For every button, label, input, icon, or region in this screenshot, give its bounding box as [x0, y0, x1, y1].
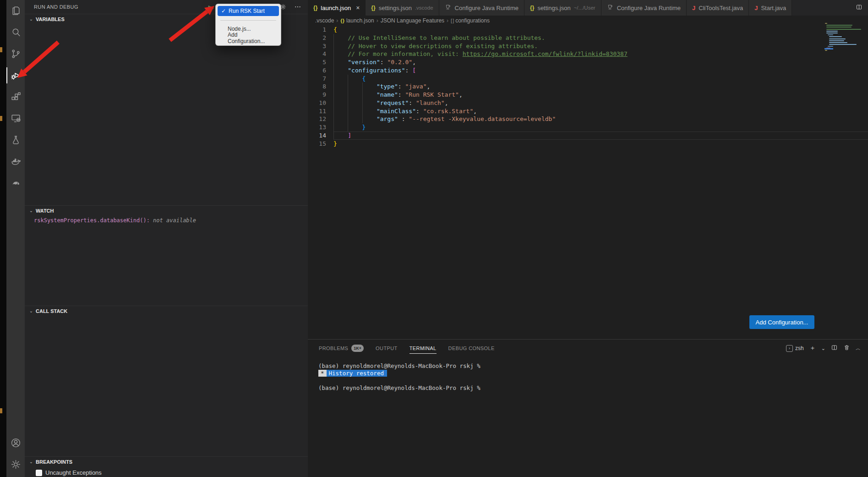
code-line-4[interactable]: 4// For more information, visit: https:/…: [308, 50, 868, 58]
tab-settings-json[interactable]: {}settings.json~/.../User: [524, 0, 601, 16]
code-line-15[interactable]: 15}: [308, 140, 868, 148]
split-terminal-icon[interactable]: [831, 344, 838, 352]
code-token: ,: [426, 82, 430, 91]
testing-icon[interactable]: [6, 129, 25, 151]
menu-item-run-rsk-start[interactable]: ✓ Run RSK Start: [218, 6, 279, 16]
new-terminal-icon[interactable]: ＋: [809, 344, 816, 352]
vscode-window: RUN AND DEBUG ⌄ VARIABLES ⌄ WATCH rskSys…: [0, 0, 868, 477]
breadcrumb-label: configurations: [455, 17, 490, 24]
code-line-12[interactable]: 12"args" : "--regtest -Xkeyvalue.datasou…: [308, 115, 868, 123]
code-line-3[interactable]: 3// Hover to view descriptions of existi…: [308, 42, 868, 50]
remote-explorer-icon[interactable]: [6, 108, 25, 129]
gradle-icon[interactable]: [6, 172, 25, 194]
breadcrumb-label: JSON Language Features: [381, 17, 444, 24]
indent-guide: [362, 82, 377, 91]
tab-label: Configure Java Runtime: [455, 5, 519, 11]
code-editor[interactable]: 1{2// Use IntelliSense to learn about po…: [308, 26, 868, 339]
breadcrumb-separator: ›: [377, 17, 378, 24]
breadcrumb-item[interactable]: {}launch.json: [340, 17, 374, 24]
minimap-line: [826, 29, 861, 30]
tab-launch-json[interactable]: {}launch.json×: [308, 0, 366, 16]
settings-icon[interactable]: [6, 454, 25, 475]
code-token: :: [405, 66, 413, 75]
code-line-1[interactable]: 1{: [308, 26, 868, 34]
call-stack-section-header[interactable]: ⌄ CALL STACK: [25, 306, 308, 316]
accounts-icon[interactable]: [6, 432, 25, 454]
close-icon[interactable]: ×: [356, 4, 360, 11]
line-number: 10: [308, 99, 326, 107]
panel-tab-terminal[interactable]: TERMINAL: [409, 340, 437, 357]
run-and-debug-icon[interactable]: [6, 65, 25, 86]
add-configuration-button[interactable]: Add Configuration...: [749, 315, 814, 329]
watch-expression-row[interactable]: rskSystemProperties.databaseKind(): not …: [25, 215, 308, 224]
activity-bar: [6, 0, 25, 477]
code-line-9[interactable]: 9"name": "Run RSK Start",: [308, 91, 868, 99]
docker-icon[interactable]: [6, 151, 25, 172]
code-token: :: [398, 115, 409, 123]
panel-tab-problems[interactable]: PROBLEMS1K+: [319, 340, 364, 357]
panel-tab-output[interactable]: OUTPUT: [376, 340, 398, 357]
split-editor-icon[interactable]: [856, 4, 863, 12]
code-line-14[interactable]: 14]: [308, 132, 868, 140]
variables-label: VARIABLES: [36, 16, 65, 22]
minimap-line: [825, 23, 827, 24]
tab-detail: ~/.../User: [574, 5, 595, 11]
code-line-8[interactable]: 8"type": "java",: [308, 82, 868, 91]
code-line-11[interactable]: 11"mainClass": "co.rsk.Start",: [308, 107, 868, 115]
call-stack-label: CALL STACK: [36, 308, 67, 314]
tab-clitoolstest-java[interactable]: JCliToolsTest.java: [687, 0, 749, 16]
tab-settings-json[interactable]: {}settings.json.vscode: [366, 0, 439, 16]
breakpoints-section: ⌄ BREAKPOINTS Uncaught Exceptions: [25, 456, 308, 476]
minimap-line: [829, 38, 846, 39]
minimap-line: [826, 48, 830, 49]
more-actions-icon[interactable]: [294, 3, 301, 11]
menu-separator: [220, 20, 276, 21]
terminal-output[interactable]: (base) reynoldmorel@Reynolds-MacBook-Pro…: [308, 357, 868, 392]
code-line-13[interactable]: 13}: [308, 123, 868, 132]
kill-terminal-icon[interactable]: [843, 344, 850, 352]
shell-selector[interactable]: › zsh: [786, 345, 804, 352]
watch-section-header[interactable]: ⌄ WATCH: [25, 205, 308, 215]
tab-start-java[interactable]: JStart.java: [749, 0, 792, 16]
code-token: :: [398, 82, 405, 91]
search-icon[interactable]: [6, 22, 25, 43]
code-token: ,: [473, 107, 477, 115]
code-token: :: [416, 107, 423, 115]
breadcrumb[interactable]: .vscode›{}launch.json›JSON Language Feat…: [308, 16, 868, 26]
editor-actions: [856, 0, 868, 16]
panel-tab-label: DEBUG CONSOLE: [448, 345, 495, 351]
tab-configure-java-runtime[interactable]: Configure Java Runtime: [439, 0, 524, 16]
breadcrumb-item[interactable]: [ ]configurations: [451, 17, 490, 24]
code-line-6[interactable]: 6"configurations": [: [308, 66, 868, 75]
code-line-2[interactable]: 2// Use IntelliSense to learn about poss…: [308, 34, 868, 42]
line-number: 4: [308, 50, 326, 58]
code-token: "mainClass": [377, 107, 416, 115]
code-token: // Use IntelliSense to learn about possi…: [348, 34, 545, 42]
explorer-icon[interactable]: [6, 0, 25, 22]
tab-configure-java-runtime[interactable]: Configure Java Runtime: [601, 0, 687, 16]
maximize-panel-icon[interactable]: ︿: [856, 345, 861, 352]
problems-count-badge: 1K+: [351, 345, 364, 352]
panel-tab-debug-console[interactable]: DEBUG CONSOLE: [448, 340, 495, 357]
breadcrumb-separator: ›: [447, 17, 448, 24]
code-line-10[interactable]: 10"request": "launch",: [308, 99, 868, 107]
uncaught-exceptions-checkbox[interactable]: [36, 470, 42, 476]
code-line-7[interactable]: 7{: [308, 75, 868, 83]
extensions-icon[interactable]: [6, 86, 25, 108]
breadcrumb-item[interactable]: JSON Language Features: [381, 17, 444, 24]
watch-value: not available: [153, 217, 196, 224]
shell-label: zsh: [795, 345, 804, 351]
comment-link[interactable]: https://go.microsoft.com/fwlink/?linkid=…: [463, 50, 628, 58]
line-number: 1: [308, 26, 326, 34]
code-line-5[interactable]: 5"version": "0.2.0",: [308, 58, 868, 66]
terminal-dropdown-icon[interactable]: ⌄: [821, 345, 825, 351]
history-restored-badge: History restored: [327, 370, 387, 377]
start-debugging-icon[interactable]: ▷: [208, 4, 214, 12]
source-control-icon[interactable]: [6, 43, 25, 65]
breadcrumb-item[interactable]: .vscode: [315, 17, 334, 24]
line-content: // For more information, visit: https://…: [333, 50, 868, 58]
breakpoints-section-header[interactable]: ⌄ BREAKPOINTS: [25, 456, 308, 466]
indent-guide: [348, 123, 362, 132]
minimap[interactable]: [825, 23, 862, 52]
menu-item-add-configuration[interactable]: Add Configuration...: [216, 33, 281, 43]
